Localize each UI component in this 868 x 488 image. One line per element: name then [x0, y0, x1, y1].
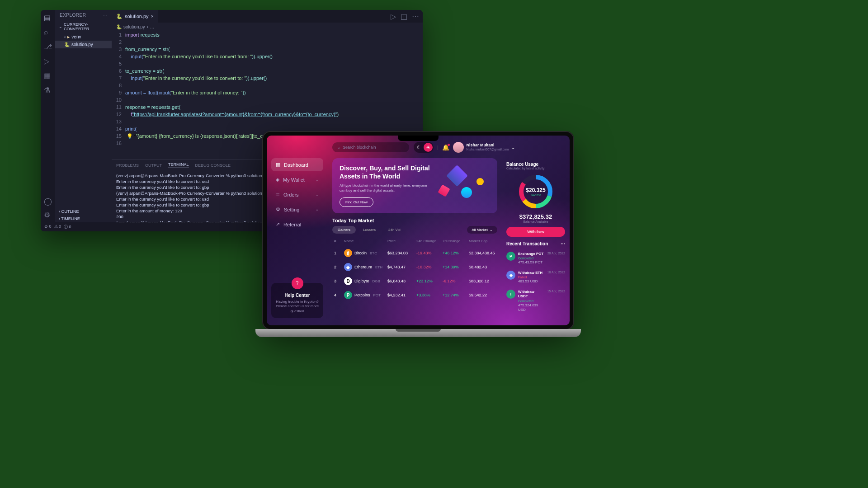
transactions-card: Recent Transaction ⋯ P Exchange POTCompl… — [506, 241, 565, 315]
folder-venv[interactable]: › ▸ venv — [55, 33, 112, 41]
project-root[interactable]: ⌄ CURRENCY-CONVERTER — [55, 20, 112, 33]
avatar — [453, 142, 464, 153]
chevron-down-icon: ⌄ — [490, 228, 493, 232]
search-icon: ⌕ — [338, 145, 340, 150]
withdraw-button[interactable]: Withdraw — [506, 227, 565, 237]
tab-output[interactable]: OUTPUT — [145, 163, 162, 168]
timeline-section[interactable]: › TIMELINE — [55, 215, 112, 222]
sidebar-item-dashboard[interactable]: ▦ Dashboard — [271, 158, 323, 171]
help-icon: ? — [292, 277, 303, 289]
theme-toggle[interactable]: ☾ ☀ — [414, 142, 434, 153]
referral-icon: ↗ — [276, 221, 280, 227]
orders-icon: ≣ — [276, 192, 280, 197]
explorer-title: EXPLORER — [60, 13, 86, 18]
tab-24h-vol[interactable]: 24h Vol — [383, 226, 406, 234]
run-debug-icon[interactable]: ▷ — [44, 57, 52, 65]
folder-icon: ▸ — [67, 34, 70, 39]
filter-label: All Market — [472, 228, 488, 232]
transactions-title: Recent Transaction ⋯ — [506, 241, 565, 246]
more-icon[interactable]: ⋯ — [103, 13, 108, 18]
settings-icon[interactable]: ⚙ — [44, 211, 52, 219]
explorer-sidebar: EXPLORER ⋯ ⌄ CURRENCY-CONVERTER › ▸ venv… — [55, 10, 112, 222]
hero-card: Discover, Buy, and Sell Digital Assets i… — [332, 158, 497, 213]
transaction-item[interactable]: ◆ Withdraw ETHFailed483.53 USD 18 Apr, 2… — [506, 268, 565, 287]
search-placeholder: Search blockchain — [343, 145, 376, 150]
transaction-item[interactable]: P Exchange POTCompleted475.43.59 POT 20 … — [506, 249, 565, 268]
hero-subtitle: All type blockchain in the world already… — [340, 183, 430, 193]
sidebar-item-label: Referral — [283, 222, 301, 227]
chevron-down-icon: ⌄ — [316, 178, 319, 182]
activity-bar: ▤ ⌕ ⎇ ▷ ▦ ⚗ ◯ ⚙ — [41, 10, 55, 222]
extensions-icon[interactable]: ▦ — [44, 71, 52, 80]
status-info[interactable]: ⓘ 0 — [64, 224, 71, 230]
transaction-item[interactable]: T Withdraw USDTCompleted475.324.039 USD … — [506, 287, 565, 315]
status-errors[interactable]: ⊘ 0 — [44, 224, 52, 230]
status-warnings[interactable]: ⚠ 0 — [54, 224, 61, 230]
search-icon[interactable]: ⌕ — [44, 28, 52, 36]
explorer-header: EXPLORER ⋯ — [55, 10, 112, 20]
notifications-icon[interactable]: 🔔 — [442, 144, 449, 151]
outline-section[interactable]: › OUTLINE — [55, 208, 112, 215]
breadcrumb[interactable]: 🐍 solution.py › ... — [112, 23, 423, 31]
explorer-icon[interactable]: ▤ — [44, 14, 52, 22]
chevron-right-icon: › — [64, 34, 66, 39]
table-header: # Name Price 24h Change 7d Change Market… — [332, 236, 497, 246]
tab-debug-console[interactable]: DEBUG CONSOLE — [195, 163, 231, 168]
table-row[interactable]: 1 ₿BitcoinBTC $63,284.03 -19.43% +46.12%… — [332, 246, 497, 260]
tx-icon: P — [506, 252, 515, 261]
tab-terminal[interactable]: TERMINAL — [168, 162, 189, 168]
sidebar-item-label: My Wallet — [283, 177, 305, 183]
project-name: CURRENCY-CONVERTER — [64, 22, 108, 31]
tx-icon: ◆ — [506, 271, 515, 280]
gear-icon: ⚙ — [276, 206, 280, 212]
balance-total: $372,825.32 — [506, 213, 565, 220]
balance-total-label: Balance Available — [506, 220, 565, 223]
market-filter[interactable]: All Market ⌄ — [467, 226, 497, 234]
sidebar-item-label: Orders — [283, 192, 299, 197]
file-solution[interactable]: 🐍 solution.py — [55, 41, 112, 48]
coin-icon: P — [344, 291, 352, 299]
python-icon: 🐍 — [116, 24, 122, 29]
balance-card: Balance Usage Calculated by latest activ… — [506, 162, 565, 237]
tab-lossers[interactable]: Lossers — [358, 226, 381, 234]
coin-icon: D — [344, 277, 352, 285]
testing-icon[interactable]: ⚗ — [44, 86, 52, 94]
laptop-notch — [398, 136, 439, 141]
topbar: ⌕ Search blockchain ☾ ☀ | 🔔 — [332, 142, 497, 153]
tab-gainers[interactable]: Gainers — [332, 226, 356, 234]
table-row[interactable]: 2 ◆EthereumETH $4,743.47 -10.32% +14.39%… — [332, 260, 497, 274]
table-row[interactable]: 4 PPotcoinsPOT $4,232.41 +3.38% +12.74% … — [332, 288, 497, 302]
run-icon[interactable]: ▷ — [391, 12, 396, 21]
sidebar-item-orders[interactable]: ≣ Orders ⌄ — [271, 188, 323, 201]
sidebar-item-wallet[interactable]: ◈ My Wallet ⌄ — [271, 173, 323, 186]
donut-value: $20.325 — [526, 187, 545, 193]
close-icon[interactable]: × — [151, 14, 154, 19]
split-icon[interactable]: ◫ — [401, 12, 407, 21]
chevron-down-icon: ⌄ — [59, 24, 62, 29]
sidebar-item-setting[interactable]: ⚙ Setting ⌄ — [271, 203, 323, 216]
python-icon: 🐍 — [64, 42, 70, 47]
help-title: Help Center — [275, 293, 320, 298]
editor-tabs: 🐍 solution.py × ▷ ◫ ⋯ — [112, 10, 423, 23]
tab-problems[interactable]: PROBLEMS — [116, 163, 139, 168]
table-row[interactable]: 3 DDigibyteDGB $6,843.43 +23.12% -6.12% … — [332, 274, 497, 288]
more-icon: ... — [150, 24, 154, 29]
search-input[interactable]: ⌕ Search blockchain — [332, 142, 409, 152]
tab-solution[interactable]: 🐍 solution.py × — [112, 10, 158, 23]
accounts-icon[interactable]: ◯ — [44, 197, 52, 205]
tx-icon: T — [506, 290, 515, 299]
divider: | — [437, 145, 439, 150]
market-tabs: Gainers Lossers 24h Vol All Market ⌄ — [332, 226, 497, 234]
help-center-card: ? Help Center Having trouble in Krypton?… — [271, 283, 323, 318]
source-control-icon[interactable]: ⎇ — [44, 42, 52, 51]
find-out-button[interactable]: Find Out Now — [340, 197, 373, 207]
coin-icon: ◆ — [344, 263, 352, 271]
more-icon[interactable]: ⋯ — [412, 12, 419, 21]
more-icon[interactable]: ⋯ — [561, 241, 565, 246]
sidebar-item-label: Dashboard — [284, 162, 308, 168]
folder-label: venv — [71, 34, 81, 39]
donut-pct: +42.6% — [530, 193, 541, 197]
hero-illustration — [436, 164, 490, 207]
python-icon: 🐍 — [116, 14, 123, 19]
sidebar-item-referral[interactable]: ↗ Referral — [271, 218, 323, 231]
